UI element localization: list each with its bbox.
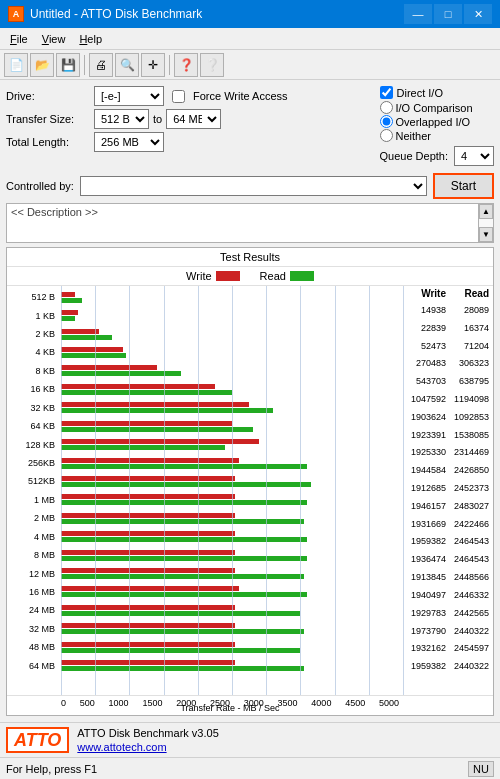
write-bar [61,550,235,555]
write-value: 270483 [407,358,446,368]
write-bar [61,660,235,665]
write-bar [61,605,235,610]
read-bar [61,445,225,450]
data-row: 19737902440322 [407,622,489,640]
write-bar [61,494,235,499]
toolbar-separator-2 [169,55,170,75]
chart-label: 64 MB [9,656,57,674]
direct-io-checkbox[interactable] [380,86,393,99]
io-comparison-radio[interactable] [380,101,393,114]
bar-row [61,343,403,361]
chart-bars-area [61,286,403,695]
chart-label: 24 MB [9,601,57,619]
toolbar-print[interactable]: 🖨 [89,53,113,77]
write-value: 1959382 [407,536,446,546]
write-bar [61,439,259,444]
direct-io-row: Direct I/O [380,86,495,99]
write-col-header: Write [407,288,446,299]
overlapped-io-radio[interactable] [380,115,393,128]
scroll-down-arrow[interactable]: ▼ [479,227,493,242]
read-value: 28089 [450,305,489,315]
toolbar-save[interactable]: 💾 [56,53,80,77]
controlled-by-select[interactable] [80,176,427,196]
read-value: 2314469 [450,447,489,457]
menu-view[interactable]: View [36,31,72,47]
write-bar [61,642,235,647]
io-comparison-option[interactable]: I/O Comparison [380,101,495,114]
bar-row [61,509,403,527]
overlapped-io-option[interactable]: Overlapped I/O [380,115,495,128]
write-bar [61,623,235,628]
chart-label: 32 MB [9,620,57,638]
start-button[interactable]: Start [433,173,494,199]
queue-depth-select[interactable]: 4 [454,146,494,166]
write-value: 1931669 [407,519,446,529]
bar-row [61,435,403,453]
toolbar-help2[interactable]: ❔ [200,53,224,77]
data-row: 19253302314469 [407,444,489,462]
bar-row [61,399,403,417]
toolbar-help1[interactable]: ❓ [174,53,198,77]
write-legend-label: Write [186,270,211,282]
chart-body: 512 B1 KB2 KB4 KB8 KB16 KB32 KB64 KB128 … [7,286,493,695]
read-bar [61,537,307,542]
description-box: << Description >> ▲ ▼ [6,203,494,243]
toolbar-new[interactable]: 📄 [4,53,28,77]
toolbar-open[interactable]: 📂 [30,53,54,77]
read-bar [61,482,311,487]
read-value: 2442565 [450,608,489,618]
force-write-access-checkbox[interactable] [172,90,185,103]
data-row: 19138452448566 [407,568,489,586]
minimize-button[interactable]: — [404,4,432,24]
atto-url[interactable]: www.attotech.com [77,741,218,753]
maximize-button[interactable]: □ [434,4,462,24]
menu-help[interactable]: Help [73,31,108,47]
bar-row [61,472,403,490]
scroll-up-arrow[interactable]: ▲ [479,204,493,219]
data-row: 19445842426850 [407,461,489,479]
data-row: 19233911538085 [407,426,489,444]
menu-file[interactable]: File [4,31,34,47]
bar-row [61,306,403,324]
write-value: 22839 [407,323,446,333]
write-value: 52473 [407,341,446,351]
data-row: 10475921194098 [407,390,489,408]
data-column-header: WriteRead [407,288,489,299]
drive-select[interactable]: [-e-] [94,86,164,106]
bar-row [61,288,403,306]
read-bar [61,500,307,505]
help-text: For Help, press F1 [6,763,468,775]
write-bar [61,421,232,426]
main-content: Drive: [-e-] Force Write Access Transfer… [0,80,500,722]
write-bar [61,476,235,481]
bar-row [61,638,403,656]
title-bar-left: A Untitled - ATTO Disk Benchmark [8,6,202,22]
transfer-size-to-select[interactable]: 64 MB [166,109,221,129]
write-bar [61,568,235,573]
read-bar [61,666,304,671]
transfer-size-from-select[interactable]: 512 B [94,109,149,129]
read-value: 2426850 [450,465,489,475]
neither-option[interactable]: Neither [380,129,495,142]
transfer-size-range: 512 B to 64 MB [94,109,221,129]
neither-radio[interactable] [380,129,393,142]
legend-write: Write [186,270,239,282]
write-bar [61,458,239,463]
read-value: 2422466 [450,519,489,529]
num-indicator: NU [468,761,494,777]
bar-row [61,546,403,564]
scroll-track [479,219,493,227]
toolbar-zoom[interactable]: 🔍 [115,53,139,77]
write-value: 1912685 [407,483,446,493]
write-value: 1940497 [407,590,446,600]
right-settings: Direct I/O I/O Comparison Overlapped I/O… [372,86,495,166]
read-value: 2452373 [450,483,489,493]
queue-depth-row: Queue Depth: 4 [380,146,495,166]
bar-row [61,601,403,619]
toolbar-crosshair[interactable]: ✛ [141,53,165,77]
total-length-select[interactable]: 256 MB [94,132,164,152]
bar-row [61,583,403,601]
chart-label: 512 B [9,288,57,306]
close-button[interactable]: ✕ [464,4,492,24]
write-value: 1047592 [407,394,446,404]
